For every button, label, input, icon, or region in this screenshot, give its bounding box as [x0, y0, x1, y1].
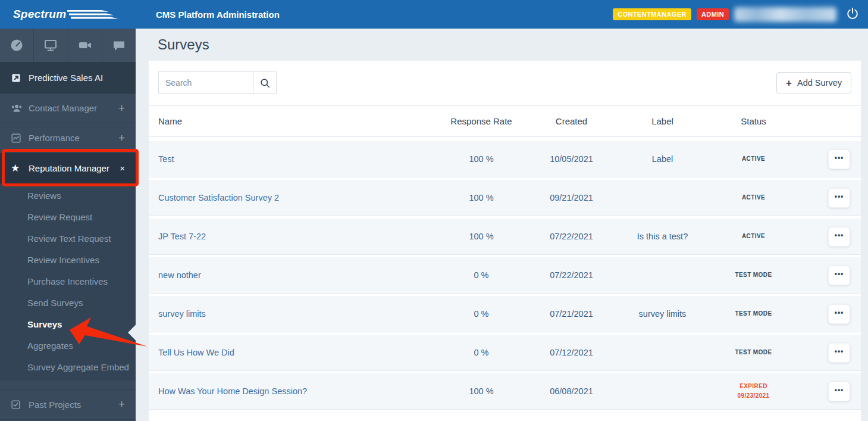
search-input[interactable] — [158, 71, 253, 94]
chat-icon — [112, 38, 126, 52]
actions-cell: ••• — [799, 188, 851, 208]
users-icon — [11, 103, 29, 114]
add-survey-button[interactable]: + Add Survey — [776, 72, 851, 93]
sidebar-item-performance[interactable]: Performance + — [0, 123, 136, 153]
survey-name-link[interactable]: Test — [158, 154, 437, 164]
survey-name-link[interactable]: JP Test 7-22 — [158, 232, 437, 241]
video-nav-button[interactable] — [68, 29, 102, 62]
user-name-redacted — [734, 7, 836, 22]
row-actions-menu-button[interactable]: ••• — [828, 382, 850, 401]
collapse-close-icon[interactable]: × — [120, 163, 125, 173]
sidebar-submenu-item[interactable]: Review Incentives — [0, 250, 136, 271]
table-row: JP Test 7-22 100 % 07/22/2021 Is this a … — [149, 219, 861, 255]
reputation-manager-submenu: ReviewsReview RequestReview Text Request… — [0, 183, 136, 381]
actions-cell: ••• — [799, 343, 851, 363]
table-row: How Was Your Home Design Session? 100 % … — [149, 373, 861, 410]
spectrum-logo: Spectrum — [0, 8, 136, 21]
survey-name-link[interactable]: Customer Satisfaction Survey 2 — [158, 193, 437, 202]
surveys-panel: + Add Survey Name Response Rate Created … — [149, 61, 861, 421]
sidebar-submenu-item[interactable]: Aggregates — [0, 335, 136, 357]
row-actions-menu-button[interactable]: ••• — [828, 149, 850, 169]
chat-nav-button[interactable] — [102, 29, 136, 62]
sidebar-submenu-item[interactable]: Survey Aggregate Embed — [0, 357, 136, 378]
sidebar-item-label: Past Projects — [29, 400, 81, 410]
column-header-created: Created — [526, 116, 617, 126]
column-header-label: Label — [617, 116, 708, 126]
actions-cell: ••• — [799, 266, 851, 285]
response-rate-value: 100 % — [437, 193, 526, 202]
line-chart-icon — [11, 133, 29, 144]
row-actions-menu-button[interactable]: ••• — [828, 304, 850, 324]
sidebar-submenu-item[interactable]: Review Request — [0, 207, 136, 228]
sidebar-submenu-item[interactable]: Reviews — [0, 185, 136, 207]
survey-name-link[interactable]: survey limits — [158, 309, 437, 319]
row-actions-menu-button[interactable]: ••• — [828, 227, 850, 247]
power-icon — [846, 7, 859, 20]
external-link-icon — [11, 73, 29, 83]
role-badge-contentmanager: CONTENTMANAGER — [613, 8, 691, 20]
row-actions-menu-button[interactable]: ••• — [828, 266, 850, 285]
top-header-bar: Spectrum CMS Platform Administration CON… — [0, 0, 868, 29]
table-body: Test 100 % 10/05/2021 Label ACTIVE ••• C… — [149, 137, 861, 410]
table-row: Customer Satisfaction Survey 2 100 % 09/… — [149, 180, 861, 216]
sidebar-item-predictive-sales-ai[interactable]: Predictive Sales AI — [0, 63, 136, 93]
sidebar-icon-strip — [0, 29, 136, 63]
status-badge: TEST MODE — [708, 348, 799, 357]
created-date-value: 07/22/2021 — [526, 232, 617, 241]
table-row: survey limits 0 % 07/21/2021 survey limi… — [149, 296, 861, 332]
row-actions-menu-button[interactable]: ••• — [828, 188, 850, 208]
actions-cell: ••• — [799, 227, 851, 247]
created-date-value: 07/21/2021 — [526, 309, 617, 319]
actions-cell: ••• — [799, 304, 851, 324]
sidebar-submenu-item[interactable]: Surveys — [0, 314, 136, 335]
monitor-nav-button[interactable] — [34, 29, 68, 62]
label-value: survey limits — [617, 309, 708, 319]
plus-icon: + — [786, 78, 792, 88]
monitor-icon — [43, 38, 58, 52]
created-date-value: 10/05/2021 — [526, 154, 617, 164]
sidebar-submenu-item[interactable]: Review Text Request — [0, 228, 136, 250]
role-badge-admin: ADMIN — [697, 8, 729, 20]
response-rate-value: 100 % — [437, 232, 526, 241]
response-rate-value: 0 % — [437, 309, 526, 319]
sidebar-item-reputation-manager[interactable]: ★ Reputation Manager × — [0, 153, 136, 183]
expand-plus-icon[interactable]: + — [118, 132, 125, 145]
sidebar-item-label: Reputation Manager — [29, 163, 109, 173]
column-header-name: Name — [158, 116, 437, 126]
expand-plus-icon[interactable]: + — [118, 398, 125, 411]
checkbox-icon — [11, 400, 29, 410]
status-badge: TEST MODE — [708, 270, 799, 280]
actions-cell: ••• — [799, 149, 851, 169]
logout-power-button[interactable] — [845, 7, 860, 21]
app-title: CMS Platform Administration — [156, 10, 280, 20]
sidebar-item-label: Predictive Sales AI — [29, 73, 103, 83]
star-icon: ★ — [11, 163, 29, 173]
gauge-nav-button[interactable] — [0, 29, 34, 62]
sidebar-submenu-item[interactable]: Purchase Incentives — [0, 271, 136, 292]
survey-name-link[interactable]: new nother — [158, 270, 437, 280]
status-badge: TEST MODE — [708, 309, 799, 319]
main-content: Surveys + Add Survey Name Response Rate … — [136, 29, 868, 421]
survey-name-link[interactable]: Tell Us How We Did — [158, 348, 437, 357]
sidebar: Predictive Sales AI Contact Manager + Pe… — [0, 29, 136, 421]
status-badge: EXPIRED 09/23/2021 — [708, 382, 799, 401]
survey-name-link[interactable]: How Was Your Home Design Session? — [158, 386, 437, 396]
sidebar-item-contact-manager[interactable]: Contact Manager + — [0, 93, 136, 123]
add-survey-label: Add Survey — [797, 78, 842, 88]
table-row: Tell Us How We Did 0 % 07/12/2021 TEST M… — [149, 335, 861, 371]
sidebar-item-past-projects[interactable]: Past Projects + — [0, 389, 136, 420]
expand-plus-icon[interactable]: + — [118, 102, 125, 115]
row-actions-menu-button[interactable]: ••• — [828, 343, 850, 363]
status-badge: ACTIVE — [708, 232, 799, 241]
response-rate-value: 100 % — [437, 386, 526, 396]
video-camera-icon — [78, 38, 92, 52]
created-date-value: 06/08/2021 — [526, 386, 617, 396]
sidebar-item-label: Performance — [29, 133, 80, 143]
response-rate-value: 0 % — [437, 348, 526, 357]
search-button[interactable] — [253, 71, 277, 94]
spectrum-logo-swoosh-icon — [67, 10, 118, 21]
created-date-value: 07/12/2021 — [526, 348, 617, 357]
table-row: Test 100 % 10/05/2021 Label ACTIVE ••• — [149, 141, 861, 177]
sidebar-submenu-item[interactable]: Send Surveys — [0, 292, 136, 314]
label-value: Is this a test? — [617, 232, 708, 241]
